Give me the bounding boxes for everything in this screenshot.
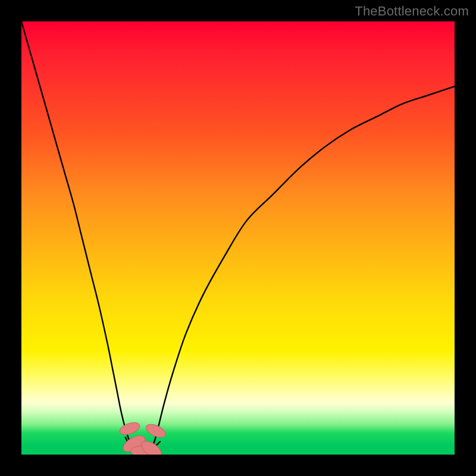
chart-plot-area <box>21 21 455 455</box>
watermark-text: TheBottleneck.com <box>355 4 469 19</box>
chart-canvas: TheBottleneck.com <box>0 0 476 476</box>
